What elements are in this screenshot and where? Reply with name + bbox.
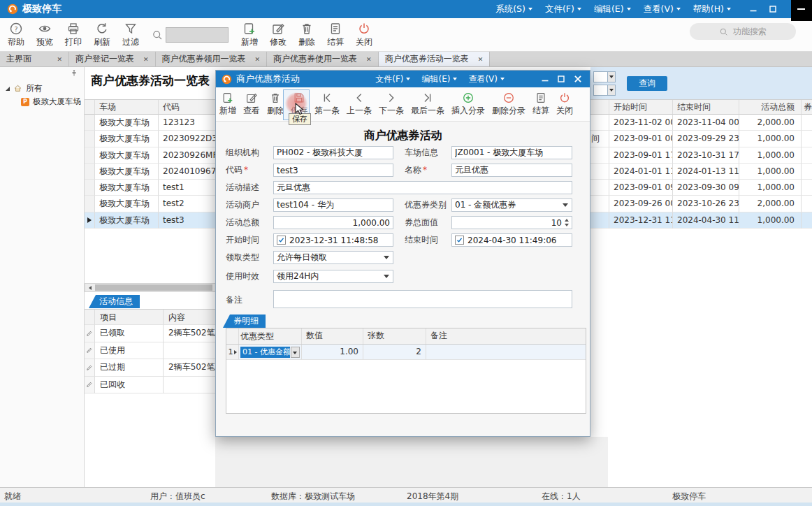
- start-time-field[interactable]: 2023-12-31 11:48:58: [273, 233, 393, 247]
- filter-start-combobox[interactable]: [593, 71, 616, 82]
- menu-help[interactable]: 帮助(H): [693, 3, 731, 15]
- dialog-menu-view[interactable]: 查看(V): [468, 73, 505, 85]
- cell-note[interactable]: [426, 345, 586, 360]
- column-header-item[interactable]: 项目: [95, 310, 164, 325]
- note-field[interactable]: [273, 290, 572, 308]
- dialog-next-button[interactable]: 下一条: [379, 92, 404, 117]
- close-icon[interactable]: [573, 74, 583, 84]
- merchant-field[interactable]: [273, 198, 393, 212]
- column-header-value[interactable]: 数值: [302, 328, 363, 344]
- tab-coupon-usage[interactable]: 商户优惠券使用一览表✕: [267, 52, 379, 66]
- close-button-obscured[interactable]: [791, 0, 812, 21]
- dialog-delete-button[interactable]: 删除: [267, 92, 284, 117]
- dialog-last-button[interactable]: 最后一条: [411, 92, 444, 117]
- maximize-icon[interactable]: [769, 5, 777, 13]
- column-header-amount[interactable]: 活动总额: [739, 100, 802, 115]
- validity-combobox[interactable]: 领用24H内: [273, 270, 393, 283]
- checkbox-checked-icon[interactable]: [455, 236, 464, 245]
- tree-expander-icon[interactable]: [6, 87, 10, 91]
- cell-value[interactable]: 1.00: [302, 345, 363, 360]
- dialog-new-button[interactable]: 新增: [219, 92, 236, 117]
- search-combobox[interactable]: [166, 27, 229, 43]
- dialog-insert-entry-button[interactable]: 插入分录: [451, 92, 485, 117]
- tab-close-icon[interactable]: ✕: [478, 56, 484, 63]
- query-button[interactable]: 查询: [627, 76, 667, 91]
- dialog-close-button[interactable]: 关闭: [556, 92, 573, 117]
- column-header-count[interactable]: 张数: [363, 328, 426, 344]
- tab-coupon-receive[interactable]: 商户优惠券领用一览表✕: [156, 52, 268, 66]
- cell-start-time: 2023-11-02 00:: [609, 115, 673, 131]
- cell-sliver: 间: [590, 131, 609, 147]
- chevron-down-icon[interactable]: [291, 347, 300, 358]
- tab-activity-info[interactable]: 活动信息: [89, 295, 140, 308]
- column-header-partial[interactable]: 券: [802, 100, 812, 115]
- tree-node-parking-lot[interactable]: P 极致大厦车场: [21, 96, 81, 107]
- scrollbar-thumb[interactable]: [95, 284, 212, 291]
- toolbar-modify-button[interactable]: 修改: [269, 22, 287, 48]
- tab-close-icon[interactable]: ✕: [255, 56, 261, 63]
- desc-field[interactable]: [273, 181, 572, 194]
- tab-coupon-detail[interactable]: 券明细: [223, 315, 266, 328]
- pin-icon[interactable]: [70, 69, 78, 78]
- name-field[interactable]: [451, 164, 572, 177]
- column-header-start[interactable]: 开始时间: [609, 100, 673, 115]
- lot-field[interactable]: [451, 146, 572, 159]
- tab-close-icon[interactable]: ✕: [366, 56, 372, 63]
- toolbar-refresh-button[interactable]: 刷新: [93, 22, 111, 48]
- cell-start-time: 2023-09-01 00:: [609, 131, 673, 147]
- dialog-first-button[interactable]: 第一条: [314, 92, 340, 117]
- function-search-input[interactable]: 功能搜索: [690, 23, 796, 40]
- dialog-settle-button[interactable]: 结算: [532, 92, 549, 117]
- menu-edit[interactable]: 编辑(E): [594, 3, 631, 15]
- chevron-down-icon: [676, 8, 681, 10]
- face-value-stepper[interactable]: 10: [451, 216, 572, 229]
- tab-coupon-activity[interactable]: 商户优惠券活动一览表✕: [379, 52, 491, 66]
- tab-close-icon[interactable]: ✕: [57, 56, 62, 63]
- scroll-left-icon[interactable]: [85, 284, 94, 291]
- detail-type-combobox[interactable]: 01 - 优惠金额: [240, 347, 290, 358]
- minimize-icon[interactable]: [541, 75, 549, 83]
- tab-main-ui[interactable]: 主界面✕: [0, 52, 69, 66]
- receive-type-combobox[interactable]: 允许每日领取: [273, 251, 393, 264]
- toolbar-settle-button[interactable]: 结算: [326, 22, 345, 48]
- column-header-end[interactable]: 结束时间: [673, 100, 739, 115]
- cell-count[interactable]: 2: [363, 345, 426, 360]
- tree-node-label: 极致大厦车场: [33, 96, 81, 107]
- org-field[interactable]: [273, 146, 393, 159]
- column-header-type[interactable]: 优惠类型: [239, 328, 302, 344]
- checkbox-checked-icon[interactable]: [277, 236, 286, 245]
- tab-close-icon[interactable]: ✕: [143, 56, 149, 63]
- dialog-menu-edit[interactable]: 编辑(E): [421, 73, 457, 85]
- minimize-icon[interactable]: [749, 5, 757, 13]
- dialog-prev-button[interactable]: 上一条: [347, 92, 372, 117]
- dialog-view-button[interactable]: 查看: [243, 92, 260, 117]
- coupon-type-combobox[interactable]: 01 - 金额优惠券: [451, 198, 572, 212]
- toolbar-close-button[interactable]: 关闭: [355, 22, 373, 48]
- maximize-icon[interactable]: [557, 75, 565, 83]
- toolbar-print-button[interactable]: 打印: [64, 22, 82, 48]
- column-header-lot[interactable]: 车场: [95, 100, 159, 115]
- column-header-note[interactable]: 备注: [426, 328, 586, 344]
- menu-system[interactable]: 系统(S): [495, 3, 532, 15]
- page-title: 商户优惠券活动一览表: [91, 73, 210, 89]
- cell-start-time: 2024-01-01 11:: [609, 164, 673, 180]
- toolbar-filter-button[interactable]: 过滤: [122, 22, 140, 48]
- tree-node-all[interactable]: 所有: [6, 82, 43, 94]
- field-label-end: 结束时间: [405, 233, 438, 247]
- toolbar-delete-button[interactable]: 删除: [298, 22, 316, 48]
- dialog-menu-file[interactable]: 文件(F): [375, 73, 410, 85]
- menu-view[interactable]: 查看(V): [644, 3, 681, 15]
- dialog-delete-entry-button[interactable]: 删除分录: [492, 92, 525, 117]
- spinner-arrows-icon[interactable]: [565, 219, 569, 226]
- end-time-field[interactable]: 2024-04-30 11:49:06: [451, 233, 572, 247]
- detail-row[interactable]: 1 01 - 优惠金额 1.00 2: [226, 345, 586, 360]
- window-background: [215, 437, 608, 487]
- tab-merchant-register[interactable]: 商户登记一览表✕: [69, 52, 156, 66]
- code-field[interactable]: [273, 164, 393, 177]
- menu-file[interactable]: 文件(F): [545, 3, 581, 15]
- toolbar-help-button[interactable]: 帮助: [7, 22, 25, 48]
- filter-end-combobox[interactable]: [593, 85, 616, 96]
- total-amount-field[interactable]: [273, 216, 393, 229]
- toolbar-preview-button[interactable]: 预览: [36, 22, 54, 48]
- toolbar-new-button[interactable]: 新增: [240, 22, 259, 48]
